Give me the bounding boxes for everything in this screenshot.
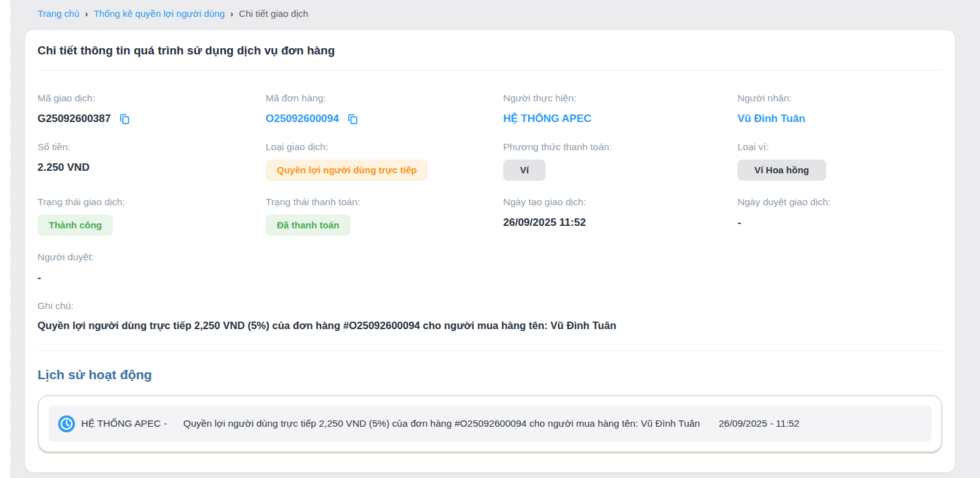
transaction-type-badge: Quyền lợi người dùng trực tiếp xyxy=(266,160,428,181)
breadcrumb: Trang chủ › Thống kê quyền lợi người dùn… xyxy=(38,8,308,19)
field-label: Phương thức thanh toán: xyxy=(503,141,738,153)
transaction-status-badge: Thành công xyxy=(38,215,113,236)
field-label: Loại giao dịch: xyxy=(266,141,503,153)
field-performer: Người thực hiện: HỆ THỐNG APEC xyxy=(503,92,738,126)
note-value: Quyền lợi người dùng trực tiếp 2,250 VND… xyxy=(38,320,942,332)
field-payment-method: Phương thức thanh toán: Ví xyxy=(503,141,738,181)
transaction-detail-card: Chi tiết thông tin quá trình sử dụng dịc… xyxy=(25,30,955,472)
field-label: Ngày duyệt giao dịch: xyxy=(738,196,942,208)
history-timestamp: 26/09/2025 - 11:52 xyxy=(719,418,799,429)
collapsed-sidebar-edge xyxy=(0,0,11,478)
history-item: HỆ THỐNG APEC - Quyền lợi người dùng trự… xyxy=(49,405,931,442)
field-label: Mã đơn hàng: xyxy=(266,92,503,104)
field-payment-status: Trạng thái thanh toán: Đã thanh toán xyxy=(266,196,503,236)
field-row-3: Trạng thái giao dịch: Thành công Trạng t… xyxy=(38,196,942,236)
field-row-1: Mã giao dịch: G25092600387 Mã đơn hàng: … xyxy=(38,92,942,126)
copy-icon[interactable] xyxy=(346,113,359,125)
field-approver: Người duyệt: - xyxy=(38,251,266,285)
field-row-4: Người duyệt: - xyxy=(38,251,942,285)
copy-icon[interactable] xyxy=(118,113,131,125)
field-label: Ngày tạo giao dịch: xyxy=(503,196,738,208)
breadcrumb-current: Chi tiết giao dịch xyxy=(239,8,308,19)
field-receiver: Người nhận: Vũ Đình Tuân xyxy=(738,92,942,126)
field-note: Ghi chú: Quyền lợi người dùng trực tiếp … xyxy=(38,300,942,332)
field-created-date: Ngày tạo giao dịch: 26/09/2025 11:52 xyxy=(503,196,738,236)
history-section-title: Lịch sử hoạt động xyxy=(38,367,942,382)
receiver-link[interactable]: Vũ Đình Tuân xyxy=(738,113,805,125)
field-transaction-status: Trạng thái giao dịch: Thành công xyxy=(38,196,266,236)
breadcrumb-stats-link[interactable]: Thống kê quyền lợi người dùng xyxy=(94,8,225,19)
field-transaction-code: Mã giao dịch: G25092600387 xyxy=(38,92,266,126)
approved-date-value: - xyxy=(738,216,942,230)
field-label: Người thực hiện: xyxy=(503,92,738,104)
history-actor: HỆ THỐNG APEC xyxy=(81,418,161,429)
breadcrumb-home-link[interactable]: Trang chủ xyxy=(38,8,79,19)
field-wallet-type: Loại ví: Ví Hoa hồng xyxy=(738,141,942,181)
history-separator: - xyxy=(164,418,167,429)
field-row-2: Số tiền: 2.250 VND Loại giao dịch: Quyền… xyxy=(38,141,942,181)
field-transaction-type: Loại giao dịch: Quyền lợi người dùng trự… xyxy=(266,141,503,181)
field-label: Trạng thái giao dịch: xyxy=(38,196,266,208)
page-title: Chi tiết thông tin quá trình sử dụng dịc… xyxy=(38,44,942,58)
field-label: Loại ví: xyxy=(738,141,942,153)
payment-method-badge: Ví xyxy=(503,160,546,181)
field-amount: Số tiền: 2.250 VND xyxy=(38,141,266,181)
field-label: Mã giao dịch: xyxy=(38,92,266,104)
field-label: Người nhận: xyxy=(738,92,942,104)
history-content: Quyền lợi người dùng trực tiếp 2,250 VND… xyxy=(183,418,700,429)
breadcrumb-separator-icon: › xyxy=(85,9,88,19)
amount-value: 2.250 VND xyxy=(38,161,266,175)
history-container: HỆ THỐNG APEC - Quyền lợi người dùng trự… xyxy=(38,395,942,452)
section-divider xyxy=(38,350,942,351)
field-label: Ghi chú: xyxy=(38,300,942,312)
performer-link[interactable]: HỆ THỐNG APEC xyxy=(503,113,591,125)
field-row-5: Ghi chú: Quyền lợi người dùng trực tiếp … xyxy=(38,300,942,332)
field-label: Người duyệt: xyxy=(38,251,266,263)
transaction-code-value: G25092600387 xyxy=(38,112,111,126)
breadcrumb-separator-icon: › xyxy=(231,9,234,19)
wallet-type-badge: Ví Hoa hồng xyxy=(738,160,826,181)
card-header: Chi tiết thông tin quá trình sử dụng dịc… xyxy=(38,30,942,71)
field-label: Số tiền: xyxy=(38,141,266,153)
clock-icon xyxy=(58,415,75,432)
created-date-value: 26/09/2025 11:52 xyxy=(503,216,738,230)
field-order-code: Mã đơn hàng: O25092600094 xyxy=(266,92,503,126)
field-approved-date: Ngày duyệt giao dịch: - xyxy=(738,196,942,236)
order-code-link[interactable]: O25092600094 xyxy=(266,112,339,126)
field-label: Trạng thái thanh toán: xyxy=(266,196,503,208)
approver-value: - xyxy=(38,271,266,285)
payment-status-badge: Đã thanh toán xyxy=(266,215,351,236)
